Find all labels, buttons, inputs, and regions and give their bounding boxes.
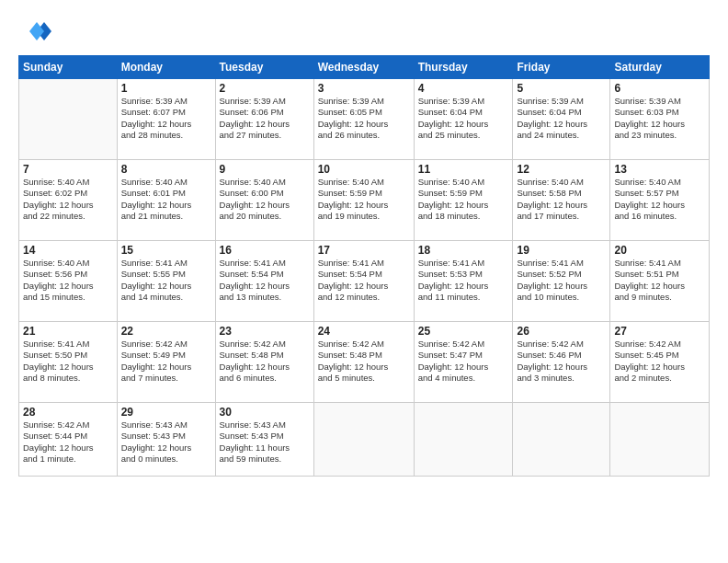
- day-info: Sunrise: 5:40 AM Sunset: 5:59 PM Dayligh…: [318, 177, 410, 222]
- day-number: 19: [517, 244, 606, 257]
- day-cell: 2Sunrise: 5:39 AM Sunset: 6:06 PM Daylig…: [215, 79, 313, 160]
- day-info: Sunrise: 5:39 AM Sunset: 6:04 PM Dayligh…: [418, 96, 509, 141]
- day-info: Sunrise: 5:39 AM Sunset: 6:05 PM Dayligh…: [318, 96, 410, 141]
- day-cell: 17Sunrise: 5:41 AM Sunset: 5:54 PM Dayli…: [313, 241, 414, 322]
- day-cell: 12Sunrise: 5:40 AM Sunset: 5:58 PM Dayli…: [513, 160, 610, 241]
- day-number: 3: [318, 82, 410, 95]
- day-number: 15: [121, 244, 211, 257]
- col-header-wednesday: Wednesday: [313, 56, 414, 79]
- day-cell: 4Sunrise: 5:39 AM Sunset: 6:04 PM Daylig…: [414, 79, 513, 160]
- day-cell: 30Sunrise: 5:43 AM Sunset: 5:43 PM Dayli…: [215, 403, 313, 477]
- day-info: Sunrise: 5:39 AM Sunset: 6:04 PM Dayligh…: [517, 96, 606, 141]
- week-row-3: 14Sunrise: 5:40 AM Sunset: 5:56 PM Dayli…: [19, 241, 710, 322]
- day-number: 24: [318, 325, 410, 338]
- day-number: 30: [220, 406, 310, 419]
- day-info: Sunrise: 5:41 AM Sunset: 5:52 PM Dayligh…: [517, 258, 606, 303]
- day-number: 8: [121, 163, 211, 176]
- day-number: 13: [614, 163, 705, 176]
- day-info: Sunrise: 5:40 AM Sunset: 5:56 PM Dayligh…: [23, 258, 113, 303]
- day-number: 26: [517, 325, 606, 338]
- day-info: Sunrise: 5:43 AM Sunset: 5:43 PM Dayligh…: [220, 419, 310, 465]
- logo: [18, 15, 51, 48]
- day-info: Sunrise: 5:42 AM Sunset: 5:48 PM Dayligh…: [318, 339, 410, 384]
- day-info: Sunrise: 5:42 AM Sunset: 5:46 PM Dayligh…: [517, 339, 606, 384]
- day-info: Sunrise: 5:39 AM Sunset: 6:07 PM Dayligh…: [121, 96, 211, 141]
- day-cell: 8Sunrise: 5:40 AM Sunset: 6:01 PM Daylig…: [117, 160, 215, 241]
- day-cell: 10Sunrise: 5:40 AM Sunset: 5:59 PM Dayli…: [313, 160, 414, 241]
- day-number: 4: [418, 82, 509, 95]
- day-number: 2: [220, 82, 310, 95]
- day-number: 28: [23, 406, 113, 419]
- header: [18, 15, 710, 48]
- day-info: Sunrise: 5:42 AM Sunset: 5:49 PM Dayligh…: [121, 339, 211, 384]
- day-cell: [414, 403, 513, 477]
- header-row: SundayMondayTuesdayWednesdayThursdayFrid…: [19, 56, 710, 79]
- day-info: Sunrise: 5:41 AM Sunset: 5:54 PM Dayligh…: [318, 258, 410, 303]
- day-cell: 11Sunrise: 5:40 AM Sunset: 5:59 PM Dayli…: [414, 160, 513, 241]
- day-cell: 18Sunrise: 5:41 AM Sunset: 5:53 PM Dayli…: [414, 241, 513, 322]
- day-number: 20: [614, 244, 705, 257]
- day-info: Sunrise: 5:43 AM Sunset: 5:43 PM Dayligh…: [121, 419, 211, 465]
- day-number: 11: [418, 163, 509, 176]
- day-info: Sunrise: 5:40 AM Sunset: 6:01 PM Dayligh…: [121, 177, 211, 222]
- day-cell: 21Sunrise: 5:41 AM Sunset: 5:50 PM Dayli…: [19, 322, 118, 403]
- day-number: 5: [517, 82, 606, 95]
- day-number: 16: [220, 244, 310, 257]
- page: SundayMondayTuesdayWednesdayThursdayFrid…: [0, 0, 728, 563]
- day-cell: 3Sunrise: 5:39 AM Sunset: 6:05 PM Daylig…: [313, 79, 414, 160]
- day-cell: 23Sunrise: 5:42 AM Sunset: 5:48 PM Dayli…: [215, 322, 313, 403]
- day-number: 17: [318, 244, 410, 257]
- day-info: Sunrise: 5:41 AM Sunset: 5:50 PM Dayligh…: [23, 339, 113, 384]
- day-info: Sunrise: 5:42 AM Sunset: 5:45 PM Dayligh…: [614, 339, 705, 384]
- day-cell: 19Sunrise: 5:41 AM Sunset: 5:52 PM Dayli…: [513, 241, 610, 322]
- day-cell: 6Sunrise: 5:39 AM Sunset: 6:03 PM Daylig…: [610, 79, 710, 160]
- day-info: Sunrise: 5:40 AM Sunset: 6:02 PM Dayligh…: [23, 177, 113, 222]
- day-number: 18: [418, 244, 509, 257]
- day-number: 23: [220, 325, 310, 338]
- day-cell: 5Sunrise: 5:39 AM Sunset: 6:04 PM Daylig…: [513, 79, 610, 160]
- day-info: Sunrise: 5:42 AM Sunset: 5:47 PM Dayligh…: [418, 339, 509, 384]
- day-info: Sunrise: 5:41 AM Sunset: 5:53 PM Dayligh…: [418, 258, 509, 303]
- day-cell: [513, 403, 610, 477]
- week-row-5: 28Sunrise: 5:42 AM Sunset: 5:44 PM Dayli…: [19, 403, 710, 477]
- day-number: 29: [121, 406, 211, 419]
- col-header-thursday: Thursday: [414, 56, 513, 79]
- day-info: Sunrise: 5:41 AM Sunset: 5:55 PM Dayligh…: [121, 258, 211, 303]
- day-number: 12: [517, 163, 606, 176]
- day-info: Sunrise: 5:41 AM Sunset: 5:51 PM Dayligh…: [614, 258, 705, 303]
- day-cell: 1Sunrise: 5:39 AM Sunset: 6:07 PM Daylig…: [117, 79, 215, 160]
- day-number: 1: [121, 82, 211, 95]
- day-cell: 16Sunrise: 5:41 AM Sunset: 5:54 PM Dayli…: [215, 241, 313, 322]
- day-number: 7: [23, 163, 113, 176]
- day-number: 6: [614, 82, 705, 95]
- week-row-2: 7Sunrise: 5:40 AM Sunset: 6:02 PM Daylig…: [19, 160, 710, 241]
- day-info: Sunrise: 5:41 AM Sunset: 5:54 PM Dayligh…: [220, 258, 310, 303]
- day-cell: 22Sunrise: 5:42 AM Sunset: 5:49 PM Dayli…: [117, 322, 215, 403]
- day-number: 27: [614, 325, 705, 338]
- day-cell: 9Sunrise: 5:40 AM Sunset: 6:00 PM Daylig…: [215, 160, 313, 241]
- day-info: Sunrise: 5:39 AM Sunset: 6:03 PM Dayligh…: [614, 96, 705, 141]
- day-cell: 14Sunrise: 5:40 AM Sunset: 5:56 PM Dayli…: [19, 241, 118, 322]
- day-number: 10: [318, 163, 410, 176]
- day-info: Sunrise: 5:40 AM Sunset: 5:58 PM Dayligh…: [517, 177, 606, 222]
- day-info: Sunrise: 5:40 AM Sunset: 6:00 PM Dayligh…: [220, 177, 310, 222]
- day-cell: 13Sunrise: 5:40 AM Sunset: 5:57 PM Dayli…: [610, 160, 710, 241]
- day-info: Sunrise: 5:42 AM Sunset: 5:44 PM Dayligh…: [23, 419, 113, 465]
- day-cell: 27Sunrise: 5:42 AM Sunset: 5:45 PM Dayli…: [610, 322, 710, 403]
- week-row-4: 21Sunrise: 5:41 AM Sunset: 5:50 PM Dayli…: [19, 322, 710, 403]
- day-number: 9: [220, 163, 310, 176]
- day-info: Sunrise: 5:39 AM Sunset: 6:06 PM Dayligh…: [220, 96, 310, 141]
- day-cell: 24Sunrise: 5:42 AM Sunset: 5:48 PM Dayli…: [313, 322, 414, 403]
- day-cell: [610, 403, 710, 477]
- day-number: 25: [418, 325, 509, 338]
- col-header-saturday: Saturday: [610, 56, 710, 79]
- day-number: 14: [23, 244, 113, 257]
- day-number: 22: [121, 325, 211, 338]
- day-info: Sunrise: 5:42 AM Sunset: 5:48 PM Dayligh…: [220, 339, 310, 384]
- day-number: 21: [23, 325, 113, 338]
- day-cell: 28Sunrise: 5:42 AM Sunset: 5:44 PM Dayli…: [19, 403, 118, 477]
- col-header-tuesday: Tuesday: [215, 56, 313, 79]
- day-cell: 7Sunrise: 5:40 AM Sunset: 6:02 PM Daylig…: [19, 160, 118, 241]
- svg-marker-1: [29, 22, 44, 40]
- calendar: SundayMondayTuesdayWednesdayThursdayFrid…: [18, 55, 710, 477]
